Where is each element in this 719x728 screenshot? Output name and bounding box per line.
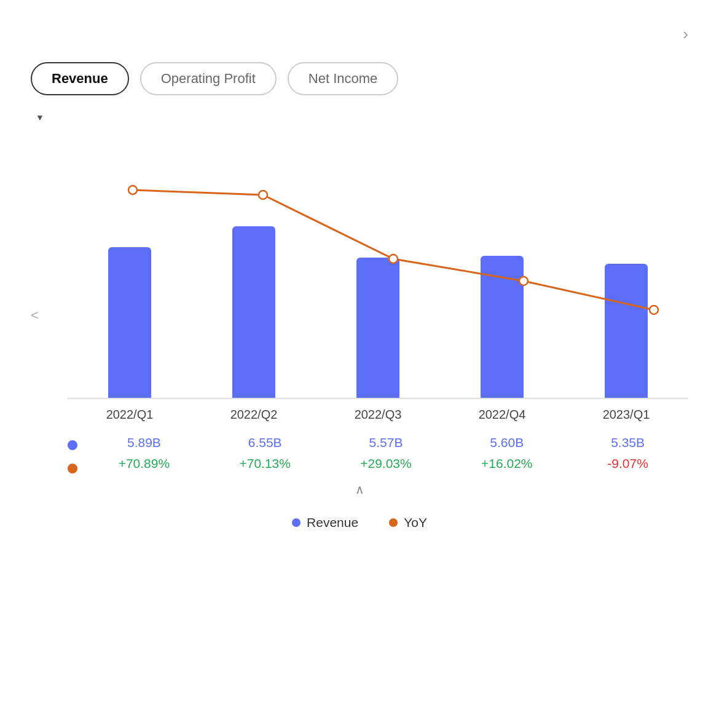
navigate-right-button[interactable]: › xyxy=(683,25,688,44)
dropdown-arrow-icon: ▼ xyxy=(36,113,44,122)
legend-dot-icon xyxy=(292,518,301,527)
yoy-value: +29.03% xyxy=(326,456,447,471)
bar-group xyxy=(192,165,316,398)
x-axis-label: 2022/Q3 xyxy=(316,408,440,422)
bars-area xyxy=(68,165,688,399)
data-legend-col xyxy=(68,435,77,476)
revenue-value: 5.35B xyxy=(567,435,688,450)
data-col: 5.89B+70.89% xyxy=(84,435,205,476)
bar xyxy=(481,256,524,398)
revenue-value: 6.55B xyxy=(205,435,326,450)
chart-area xyxy=(31,141,688,399)
bar-group xyxy=(440,165,564,398)
revenue-value: 5.89B xyxy=(84,435,205,450)
data-cols: 5.89B+70.89%6.55B+70.13%5.57B+29.03%5.60… xyxy=(84,435,688,476)
yoy-value: -9.07% xyxy=(567,456,688,471)
x-axis-label: 2022/Q4 xyxy=(440,408,564,422)
x-axis-label: 2022/Q2 xyxy=(192,408,316,422)
tab-net-income[interactable]: Net Income xyxy=(288,62,399,95)
yoy-dot-icon xyxy=(68,464,77,473)
legend-item: YoY xyxy=(389,515,427,530)
yoy-value: +70.13% xyxy=(205,456,326,471)
x-axis: 2022/Q12022/Q22022/Q32022/Q42023/Q1 xyxy=(68,408,688,422)
bar xyxy=(232,226,275,398)
data-col: 5.57B+29.03% xyxy=(326,435,447,476)
yoy-value: +16.02% xyxy=(446,456,567,471)
x-axis-label: 2022/Q1 xyxy=(68,408,192,422)
revenue-dot-icon xyxy=(68,440,77,450)
bar xyxy=(605,264,648,398)
bar xyxy=(108,247,151,398)
revenue-value: 5.60B xyxy=(446,435,567,450)
legend-row: RevenueYoY xyxy=(31,515,688,530)
revenue-value: 5.57B xyxy=(326,435,447,450)
bar-group xyxy=(316,165,440,398)
data-col: 6.55B+70.13% xyxy=(205,435,326,476)
collapse-button[interactable]: ∧ xyxy=(31,482,688,497)
data-col: 5.60B+16.02% xyxy=(446,435,567,476)
data-col: 5.35B-9.07% xyxy=(567,435,688,476)
legend-label: Revenue xyxy=(307,515,358,530)
yoy-value: +70.89% xyxy=(84,456,205,471)
bar xyxy=(356,258,399,398)
bar-group xyxy=(564,165,688,398)
tab-operating-profit[interactable]: Operating Profit xyxy=(140,62,277,95)
data-table: 5.89B+70.89%6.55B+70.13%5.57B+29.03%5.60… xyxy=(68,435,688,476)
bar-group xyxy=(68,165,192,398)
legend-item: Revenue xyxy=(292,515,358,530)
tab-revenue[interactable]: Revenue xyxy=(31,62,129,95)
tab-row: Revenue Operating Profit Net Income xyxy=(31,62,688,95)
legend-dot-icon xyxy=(389,518,398,527)
period-selector[interactable]: ▼ xyxy=(31,113,688,122)
x-axis-label: 2023/Q1 xyxy=(564,408,688,422)
legend-label: YoY xyxy=(404,515,427,530)
